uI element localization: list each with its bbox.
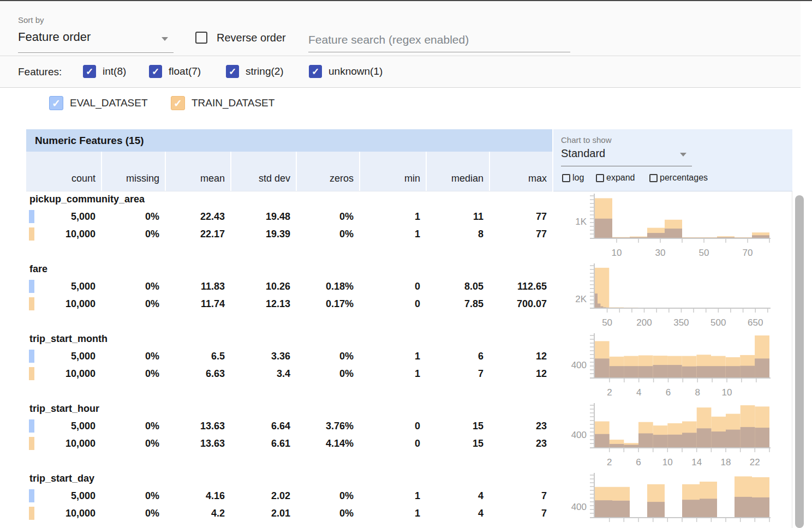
feature-type-filter-unknown: ✓unknown(1) [309, 65, 383, 78]
stat-cell: 23 [489, 435, 552, 452]
feature-name: trip_start_month [29, 333, 108, 345]
feature-stats-row: 5,0000%11.8310.260.18%08.05112.65 [26, 278, 552, 295]
stat-cell: 0.18% [296, 278, 359, 295]
feature-stats-row: 5,0000%22.4319.480%11177 [26, 208, 552, 225]
feature-chart-trip_start_day: 400 [553, 471, 792, 528]
stat-cell: 0% [101, 295, 165, 313]
chart-type-underline [561, 166, 692, 166]
stat-cell: 0.17% [296, 295, 359, 313]
stat-cell: 700.07 [489, 295, 552, 313]
x-axis-tick-label: 8 [695, 387, 700, 398]
stat-cell: 22.43 [165, 208, 230, 225]
vertical-scrollbar-thumb[interactable] [795, 195, 804, 528]
feature-type-label: int(8) [103, 65, 126, 77]
check-icon: ✓ [86, 67, 93, 76]
features-filter-bar: Features: ✓int(8)✓float(7)✓string(2)✓unk… [0, 57, 801, 88]
sort-by-value: Feature order [18, 30, 91, 44]
column-header-row: countmissingmeanstd devzerosminmedianmax [26, 152, 552, 191]
eval-swatch [29, 350, 34, 363]
sort-toolbar: Sort by Feature order Reverse order [0, 1, 801, 56]
stat-cell: 0 [359, 435, 426, 452]
stat-cell: 4.14% [296, 435, 359, 452]
stat-cell: 0% [101, 347, 165, 365]
numeric-features-table-header: Numeric Features (15) countmissingmeanst… [26, 129, 552, 191]
sort-by-label: Sort by [18, 15, 44, 25]
chart-option-checkbox[interactable] [562, 174, 570, 182]
stat-cell: 2.01 [230, 505, 296, 522]
column-header-max: max [489, 152, 552, 191]
stat-cell: 0% [296, 487, 359, 505]
features-filter-label: Features: [18, 66, 62, 78]
dropdown-arrow-icon [680, 153, 686, 157]
x-axis-tick-label: 10 [612, 248, 622, 258]
x-axis-tick-label: 2 [607, 457, 612, 467]
stat-cell: 77 [489, 208, 552, 225]
feature-type-checkbox[interactable]: ✓ [226, 65, 239, 78]
stat-cell: 2.02 [230, 487, 296, 505]
reverse-order-label: Reverse order [217, 32, 286, 44]
feature-search-input[interactable] [308, 27, 570, 52]
dataset-checkbox[interactable]: ✓ [171, 96, 185, 110]
stat-cell: 0% [296, 365, 359, 382]
stat-cell: 4.16 [165, 487, 230, 505]
stat-cell: 11 [426, 208, 489, 225]
dataset-legend: ✓EVAL_DATASET✓TRAIN_DATASET [0, 88, 801, 129]
dropdown-arrow-icon [162, 37, 168, 41]
chart-type-select[interactable]: Standard [561, 147, 692, 166]
stat-cell: 0 [359, 417, 426, 435]
feature-type-checkbox[interactable]: ✓ [83, 65, 96, 78]
stat-cell: 15 [426, 435, 489, 452]
train-swatch [29, 367, 34, 380]
stat-cell: 15 [426, 417, 489, 435]
feature-stats-row: 5,0000%4.162.020%147 [26, 487, 552, 505]
feature-chart-trip_start_month: 400246810 [553, 331, 792, 401]
train-swatch [29, 227, 34, 241]
stat-cell: 7.85 [426, 295, 489, 313]
stat-cell: 0 [359, 278, 426, 295]
dataset-checkbox[interactable]: ✓ [49, 96, 63, 110]
sort-by-select[interactable]: Feature order [18, 30, 174, 53]
feature-type-filter-string: ✓string(2) [226, 65, 284, 78]
x-axis-tick-label: 500 [710, 317, 726, 328]
column-header-count: count [26, 152, 101, 191]
numeric-features-table-body: pickup_community_area5,0000%22.4319.480%… [26, 191, 552, 528]
y-axis-tick-label: 400 [571, 502, 587, 512]
column-header-median: median [426, 152, 489, 191]
x-axis-tick-label: 14 [691, 457, 702, 467]
chart-option-checkbox[interactable] [596, 174, 604, 182]
train-swatch [29, 437, 34, 450]
chart-type-value: Standard [561, 147, 605, 159]
stat-cell: 0 [359, 295, 426, 313]
stat-cell: 112.65 [489, 278, 552, 295]
y-axis-tick-label: 400 [571, 430, 587, 440]
feature-block-trip_start_hour: trip_start_hour5,0000%13.636.643.76%0152… [26, 401, 552, 471]
train-swatch [29, 297, 34, 310]
dataset-toggle-train_dataset: ✓TRAIN_DATASET [171, 96, 274, 110]
reverse-order-checkbox[interactable] [195, 32, 207, 44]
stat-cell: 4 [426, 505, 489, 522]
stat-cell: 12 [489, 365, 552, 382]
feature-stats-row: 5,0000%13.636.643.76%01523 [26, 417, 552, 435]
stat-cell: 4 [426, 487, 489, 505]
y-axis-tick-label: 2K [575, 294, 587, 304]
feature-type-checkbox[interactable]: ✓ [149, 65, 162, 78]
stat-cell: 11.83 [165, 278, 230, 295]
x-axis-tick-label: 2 [607, 387, 612, 398]
x-axis-tick-label: 4 [636, 387, 641, 398]
stat-cell: 0% [101, 278, 165, 295]
chart-option-label: expand [606, 173, 635, 183]
feature-name: fare [29, 263, 47, 275]
feature-block-trip_start_day: trip_start_day5,0000%4.162.020%14710,000… [26, 471, 552, 528]
x-axis-tick-label: 50 [602, 317, 612, 328]
facets-overview: Sort by Feature order Reverse order Feat… [0, 0, 812, 528]
stat-cell: 77 [489, 225, 552, 243]
stat-cell: 1 [359, 208, 426, 225]
stat-cell: 10,000 [26, 505, 101, 522]
stat-cell: 6.64 [230, 417, 296, 435]
feature-block-fare: fare5,0000%11.8310.260.18%08.05112.6510,… [26, 261, 552, 331]
y-axis-tick-label: 400 [571, 360, 587, 370]
feature-type-checkbox[interactable]: ✓ [309, 65, 322, 78]
chart-option-checkbox[interactable] [649, 174, 658, 182]
check-icon: ✓ [312, 67, 319, 76]
feature-name: trip_start_hour [29, 403, 99, 415]
